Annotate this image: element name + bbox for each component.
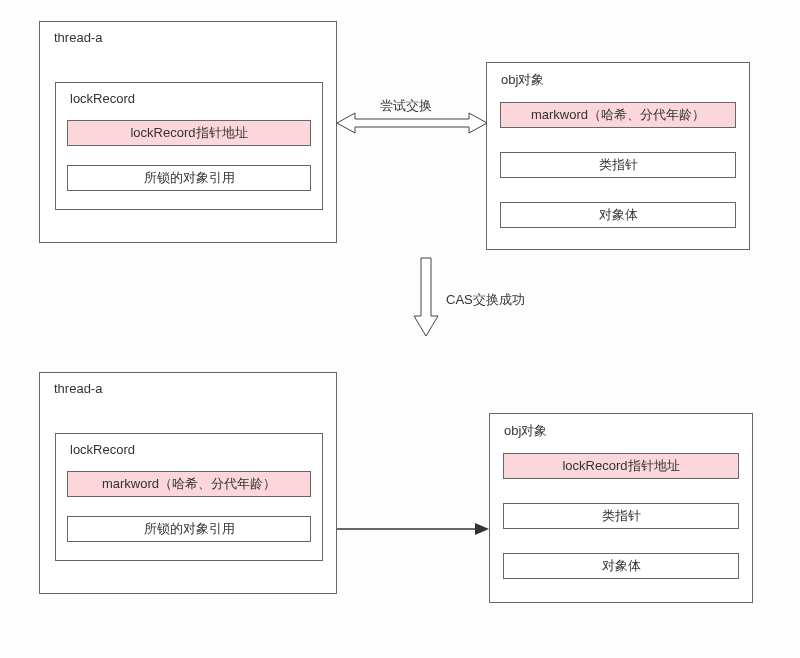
lockrecord-cell2-top: 所锁的对象引用: [67, 165, 311, 191]
obj-cell2-bottom: 类指针: [503, 503, 739, 529]
lockrecord-title-bottom: lockRecord: [70, 442, 135, 457]
lockrecord-cell1-bottom: markword（哈希、分代年龄）: [67, 471, 311, 497]
obj-cell2-top: 类指针: [500, 152, 736, 178]
obj-title-bottom: obj对象: [504, 422, 547, 440]
svg-marker-1: [414, 258, 438, 336]
thread-title-top: thread-a: [54, 30, 102, 45]
cas-label: CAS交换成功: [446, 291, 525, 309]
down-arrow-icon: [414, 258, 438, 336]
svg-marker-3: [475, 523, 489, 535]
lockrecord-cell1-top: lockRecord指针地址: [67, 120, 311, 146]
lockrecord-cell2-bottom: 所锁的对象引用: [67, 516, 311, 542]
double-arrow-icon: [337, 113, 487, 133]
obj-cell1-top: markword（哈希、分代年龄）: [500, 102, 736, 128]
obj-cell3-top: 对象体: [500, 202, 736, 228]
right-arrow-icon: [337, 522, 489, 536]
obj-cell1-bottom: lockRecord指针地址: [503, 453, 739, 479]
obj-title-top: obj对象: [501, 71, 544, 89]
svg-marker-0: [337, 113, 487, 133]
thread-title-bottom: thread-a: [54, 381, 102, 396]
lockrecord-title-top: lockRecord: [70, 91, 135, 106]
obj-cell3-bottom: 对象体: [503, 553, 739, 579]
